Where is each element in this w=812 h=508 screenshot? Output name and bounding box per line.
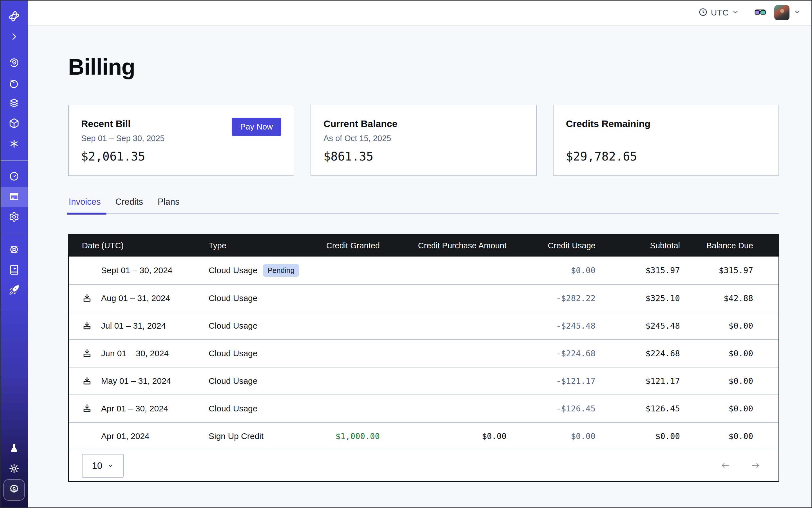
invoice-type: Cloud Usage bbox=[209, 376, 257, 386]
sidebar-expand-button[interactable] bbox=[0, 27, 28, 47]
sidebar-item-observe[interactable] bbox=[0, 53, 28, 73]
sidebar-item-billing[interactable] bbox=[0, 187, 28, 207]
column-header-credit-granted: Credit Granted bbox=[315, 241, 380, 250]
download-icon bbox=[82, 321, 92, 331]
invoice-credit-usage: -$282.22 bbox=[507, 293, 596, 303]
sidebar-item-theme[interactable] bbox=[0, 459, 28, 479]
invoice-date: Jul 01 – 31, 2024 bbox=[101, 321, 166, 331]
sidebar-divider bbox=[0, 161, 28, 161]
download-slot bbox=[82, 348, 101, 359]
download-invoice-button[interactable] bbox=[82, 376, 92, 387]
tab-credits[interactable]: Credits bbox=[115, 197, 143, 213]
sidebar-item-functions[interactable] bbox=[0, 134, 28, 154]
swirl-eye-icon bbox=[9, 57, 19, 69]
invoice-credit-usage: $0.00 bbox=[507, 431, 596, 441]
table-row: May 01 – 31, 2024Cloud Usage-$121.17$121… bbox=[69, 367, 778, 394]
invoice-table-body: Sept 01 – 30, 2024Cloud UsagePending$0.0… bbox=[69, 257, 778, 450]
gauge-icon bbox=[9, 171, 19, 183]
pagination-bar: 10 bbox=[69, 450, 778, 481]
invoice-date: May 01 – 31, 2024 bbox=[101, 376, 171, 386]
chevron-right-icon bbox=[9, 32, 19, 43]
timezone-label: UTC bbox=[711, 8, 729, 17]
page-size-value: 10 bbox=[92, 460, 102, 471]
table-row: Apr 01 – 30, 2024Cloud Usage-$126.45$126… bbox=[69, 394, 778, 422]
sidebar-item-history[interactable] bbox=[0, 73, 28, 93]
invoice-type: Cloud Usage bbox=[209, 321, 257, 331]
download-invoice-button[interactable] bbox=[82, 348, 92, 359]
sidebar bbox=[0, 0, 28, 508]
glasses-icon bbox=[755, 9, 766, 16]
chevron-down-icon bbox=[107, 460, 114, 471]
rocket-icon bbox=[9, 285, 19, 297]
invoice-date: Sept 01 – 30, 2024 bbox=[101, 265, 173, 275]
asterisk-icon bbox=[9, 138, 19, 150]
flask-icon bbox=[9, 443, 19, 455]
user-menu[interactable] bbox=[774, 5, 801, 20]
invoice-date-cell: Apr 01 – 30, 2024 bbox=[69, 403, 209, 414]
invoice-balance-due: $0.00 bbox=[680, 404, 778, 413]
invoice-subtotal: $0.00 bbox=[596, 431, 680, 441]
sidebar-item-sandbox[interactable] bbox=[0, 114, 28, 134]
credits-remaining-card: Credits Remaining $29,782.65 bbox=[553, 105, 779, 176]
previous-page-button[interactable] bbox=[718, 461, 732, 471]
invoice-balance-due: $0.00 bbox=[680, 431, 778, 441]
column-header-subtotal: Subtotal bbox=[596, 241, 680, 250]
invoice-type: Cloud Usage bbox=[209, 293, 257, 303]
billing-card-icon bbox=[9, 191, 19, 203]
invoice-type: Cloud Usage bbox=[209, 404, 257, 413]
main-content: Billing Recent Bill Sep 01 – Sep 30, 202… bbox=[28, 27, 812, 508]
arrow-right-icon bbox=[749, 461, 763, 471]
sidebar-logo[interactable] bbox=[0, 7, 28, 27]
invoice-credit-purchase-amount: $0.00 bbox=[380, 431, 507, 441]
download-invoice-button[interactable] bbox=[82, 403, 92, 414]
invoice-subtotal: $121.17 bbox=[596, 376, 680, 386]
invoice-balance-due: $0.00 bbox=[680, 376, 778, 386]
invoice-date: Apr 01 – 30, 2024 bbox=[101, 404, 168, 413]
download-slot bbox=[82, 321, 101, 331]
chevron-down-icon bbox=[732, 9, 739, 16]
table-row: Jun 01 – 30, 2024Cloud Usage-$224.68$224… bbox=[69, 339, 778, 367]
download-slot bbox=[82, 293, 101, 304]
invoice-type-cell: Cloud Usage bbox=[209, 293, 315, 303]
sidebar-item-support[interactable] bbox=[0, 240, 28, 260]
dollar-seal-icon bbox=[8, 483, 20, 497]
card-amount: $861.35 bbox=[324, 150, 524, 163]
invoice-balance-due: $0.00 bbox=[680, 349, 778, 358]
invoice-credit-usage: -$126.45 bbox=[507, 404, 596, 413]
sidebar-item-layers[interactable] bbox=[0, 93, 28, 114]
download-invoice-button[interactable] bbox=[82, 293, 92, 304]
table-row: Apr 01, 2024Sign Up Credit$1,000.00$0.00… bbox=[69, 422, 778, 450]
invoice-date-cell: Sept 01 – 30, 2024 bbox=[69, 265, 209, 275]
cube-icon bbox=[9, 118, 19, 130]
tab-invoices[interactable]: Invoices bbox=[68, 197, 101, 213]
invoice-type: Cloud Usage bbox=[209, 349, 257, 358]
timezone-selector[interactable]: UTC bbox=[698, 8, 739, 18]
invoice-date: Apr 01, 2024 bbox=[101, 431, 149, 441]
sidebar-item-get-started[interactable] bbox=[0, 281, 28, 301]
invoice-subtotal: $126.45 bbox=[596, 404, 680, 413]
invoice-date: Aug 01 – 31, 2024 bbox=[101, 293, 170, 303]
invoice-type-cell: Sign Up Credit bbox=[209, 431, 315, 441]
view-mode-button[interactable] bbox=[755, 9, 766, 16]
clock-icon bbox=[698, 8, 708, 18]
invoice-balance-due: $42.88 bbox=[680, 293, 778, 303]
invoice-type: Sign Up Credit bbox=[209, 431, 263, 441]
invoice-date-cell: Jun 01 – 30, 2024 bbox=[69, 348, 209, 359]
layers-icon bbox=[9, 98, 19, 110]
download-slot bbox=[82, 403, 101, 414]
page-size-select[interactable]: 10 bbox=[82, 454, 124, 477]
chevron-down-icon bbox=[794, 9, 801, 16]
sidebar-item-credits[interactable] bbox=[3, 479, 25, 501]
sidebar-item-settings[interactable] bbox=[0, 207, 28, 227]
tab-plans[interactable]: Plans bbox=[157, 197, 180, 213]
sidebar-item-labs[interactable] bbox=[0, 439, 28, 459]
invoice-subtotal: $315.97 bbox=[596, 265, 680, 275]
download-icon bbox=[82, 403, 92, 414]
sidebar-item-docs[interactable] bbox=[0, 260, 28, 281]
download-invoice-button[interactable] bbox=[82, 321, 92, 331]
sidebar-item-dashboard[interactable] bbox=[0, 167, 28, 187]
next-page-button[interactable] bbox=[749, 461, 763, 471]
pay-now-button[interactable]: Pay Now bbox=[232, 118, 281, 136]
invoice-credit-usage: $0.00 bbox=[507, 265, 596, 275]
invoice-balance-due: $0.00 bbox=[680, 321, 778, 331]
